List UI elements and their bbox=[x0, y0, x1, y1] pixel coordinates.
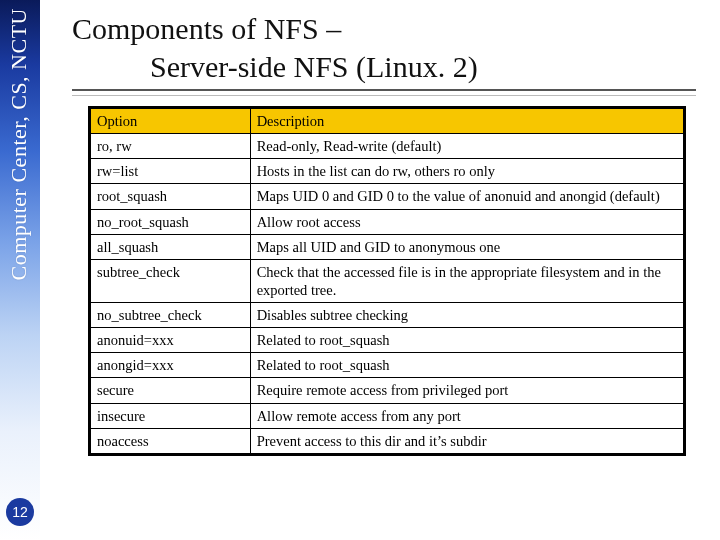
option-cell: no_root_squash bbox=[90, 209, 251, 234]
table-row: anonuid=xxx Related to root_squash bbox=[90, 328, 685, 353]
content-area: Option Description ro, rw Read-only, Rea… bbox=[88, 106, 686, 456]
option-cell: anonuid=xxx bbox=[90, 328, 251, 353]
table-row: noaccess Prevent access to this dir and … bbox=[90, 428, 685, 454]
description-cell: Maps UID 0 and GID 0 to the value of ano… bbox=[250, 184, 684, 209]
description-cell: Related to root_squash bbox=[250, 353, 684, 378]
description-cell: Allow remote access from any port bbox=[250, 403, 684, 428]
slide-title: Components of NFS – Server-side NFS (Lin… bbox=[72, 10, 696, 96]
table-header-row: Option Description bbox=[90, 108, 685, 134]
description-cell: Require remote access from privileged po… bbox=[250, 378, 684, 403]
table-row: subtree_check Check that the accessed fi… bbox=[90, 259, 685, 302]
title-underline bbox=[72, 89, 696, 96]
option-cell: no_subtree_check bbox=[90, 303, 251, 328]
option-cell: rw=list bbox=[90, 159, 251, 184]
table-row: all_squash Maps all UID and GID to anony… bbox=[90, 234, 685, 259]
table-header-description: Description bbox=[250, 108, 684, 134]
option-cell: ro, rw bbox=[90, 134, 251, 159]
table-row: secure Require remote access from privil… bbox=[90, 378, 685, 403]
description-cell: Maps all UID and GID to anonymous one bbox=[250, 234, 684, 259]
table-row: anongid=xxx Related to root_squash bbox=[90, 353, 685, 378]
sidebar-org-label: Computer Center, CS, NCTU bbox=[6, 8, 32, 281]
description-cell: Prevent access to this dir and it’s subd… bbox=[250, 428, 684, 454]
slide: Computer Center, CS, NCTU 12 Components … bbox=[0, 0, 720, 540]
table-row: no_root_squash Allow root access bbox=[90, 209, 685, 234]
description-cell: Related to root_squash bbox=[250, 328, 684, 353]
table-row: no_subtree_check Disables subtree checki… bbox=[90, 303, 685, 328]
table-row: rw=list Hosts in the list can do rw, oth… bbox=[90, 159, 685, 184]
table-row: insecure Allow remote access from any po… bbox=[90, 403, 685, 428]
table-row: ro, rw Read-only, Read-write (default) bbox=[90, 134, 685, 159]
description-cell: Disables subtree checking bbox=[250, 303, 684, 328]
description-cell: Read-only, Read-write (default) bbox=[250, 134, 684, 159]
title-line-1: Components of NFS – bbox=[72, 10, 696, 48]
options-table: Option Description ro, rw Read-only, Rea… bbox=[88, 106, 686, 456]
title-line-2: Server-side NFS (Linux. 2) bbox=[72, 48, 696, 86]
option-cell: anongid=xxx bbox=[90, 353, 251, 378]
option-cell: root_squash bbox=[90, 184, 251, 209]
description-cell: Check that the accessed file is in the a… bbox=[250, 259, 684, 302]
table-header-option: Option bbox=[90, 108, 251, 134]
description-cell: Hosts in the list can do rw, others ro o… bbox=[250, 159, 684, 184]
page-number-badge: 12 bbox=[6, 498, 34, 526]
option-cell: insecure bbox=[90, 403, 251, 428]
option-cell: secure bbox=[90, 378, 251, 403]
option-cell: all_squash bbox=[90, 234, 251, 259]
description-cell: Allow root access bbox=[250, 209, 684, 234]
option-cell: subtree_check bbox=[90, 259, 251, 302]
table-row: root_squash Maps UID 0 and GID 0 to the … bbox=[90, 184, 685, 209]
option-cell: noaccess bbox=[90, 428, 251, 454]
